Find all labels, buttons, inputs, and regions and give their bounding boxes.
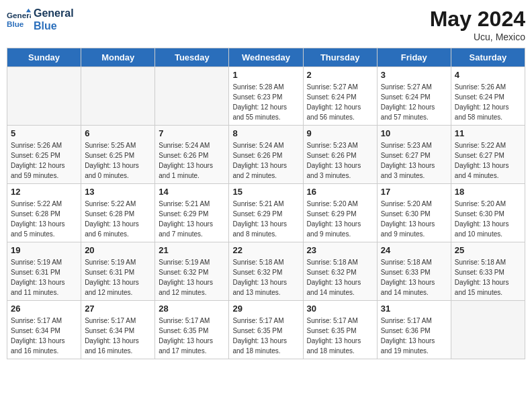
day-number: 28 [159, 304, 225, 314]
day-info: Sunrise: 5:24 AMSunset: 6:26 PMDaylight:… [159, 140, 225, 181]
day-number: 6 [85, 128, 151, 138]
day-info: Sunrise: 5:19 AMSunset: 6:31 PMDaylight:… [11, 257, 77, 298]
location: Ucu, Mexico [430, 32, 525, 42]
day-number: 8 [232, 128, 299, 138]
calendar-cell: 4Sunrise: 5:26 AMSunset: 6:24 PMDaylight… [451, 67, 525, 126]
day-info: Sunrise: 5:22 AMSunset: 6:27 PMDaylight:… [455, 140, 521, 181]
calendar-cell: 19Sunrise: 5:19 AMSunset: 6:31 PMDayligh… [7, 242, 81, 301]
day-info: Sunrise: 5:17 AMSunset: 6:35 PMDaylight:… [307, 316, 373, 356]
day-number: 12 [11, 187, 77, 197]
day-number: 1 [232, 70, 299, 80]
calendar-cell: 20Sunrise: 5:19 AMSunset: 6:31 PMDayligh… [81, 242, 155, 301]
day-info: Sunrise: 5:24 AMSunset: 6:26 PMDaylight:… [232, 140, 299, 181]
day-info: Sunrise: 5:26 AMSunset: 6:24 PMDaylight:… [455, 82, 521, 122]
day-number: 5 [11, 128, 77, 138]
day-number: 17 [381, 187, 447, 197]
calendar-cell: 23Sunrise: 5:18 AMSunset: 6:32 PMDayligh… [303, 242, 377, 301]
calendar-cell: 1Sunrise: 5:28 AMSunset: 6:23 PMDaylight… [229, 67, 303, 126]
day-number: 27 [85, 304, 151, 314]
calendar-cell: 9Sunrise: 5:23 AMSunset: 6:26 PMDaylight… [303, 126, 377, 184]
title-block: May 2024 Ucu, Mexico [430, 7, 525, 42]
day-info: Sunrise: 5:20 AMSunset: 6:30 PMDaylight:… [455, 199, 521, 239]
calendar-week-5: 26Sunrise: 5:17 AMSunset: 6:34 PMDayligh… [7, 301, 525, 359]
day-number: 13 [85, 187, 151, 197]
day-number: 20 [85, 245, 151, 255]
day-number: 22 [232, 245, 299, 255]
day-info: Sunrise: 5:27 AMSunset: 6:24 PMDaylight:… [381, 82, 447, 122]
calendar-cell: 17Sunrise: 5:20 AMSunset: 6:30 PMDayligh… [377, 184, 451, 242]
calendar-cell: 30Sunrise: 5:17 AMSunset: 6:35 PMDayligh… [303, 301, 377, 359]
calendar-cell: 27Sunrise: 5:17 AMSunset: 6:34 PMDayligh… [81, 301, 155, 359]
calendar-cell: 21Sunrise: 5:19 AMSunset: 6:32 PMDayligh… [155, 242, 229, 301]
calendar-cell: 11Sunrise: 5:22 AMSunset: 6:27 PMDayligh… [451, 126, 525, 184]
calendar-cell: 14Sunrise: 5:21 AMSunset: 6:29 PMDayligh… [155, 184, 229, 242]
day-number: 10 [381, 128, 447, 138]
day-number: 7 [159, 128, 225, 138]
calendar-table: SundayMondayTuesdayWednesdayThursdayFrid… [7, 48, 525, 359]
calendar-cell: 25Sunrise: 5:18 AMSunset: 6:33 PMDayligh… [451, 242, 525, 301]
day-number: 18 [455, 187, 521, 197]
calendar-cell: 16Sunrise: 5:20 AMSunset: 6:29 PMDayligh… [303, 184, 377, 242]
calendar-cell: 5Sunrise: 5:26 AMSunset: 6:25 PMDaylight… [7, 126, 81, 184]
day-info: Sunrise: 5:18 AMSunset: 6:32 PMDaylight:… [307, 257, 373, 298]
calendar-cell: 3Sunrise: 5:27 AMSunset: 6:24 PMDaylight… [377, 67, 451, 126]
day-info: Sunrise: 5:22 AMSunset: 6:28 PMDaylight:… [11, 199, 77, 239]
weekday-header-wednesday: Wednesday [229, 48, 303, 67]
day-info: Sunrise: 5:19 AMSunset: 6:32 PMDaylight:… [159, 257, 225, 298]
calendar-cell: 29Sunrise: 5:17 AMSunset: 6:35 PMDayligh… [229, 301, 303, 359]
month-title: May 2024 [430, 7, 525, 32]
page-header: General Blue General Blue May 2024 Ucu, … [7, 7, 525, 42]
calendar-cell: 31Sunrise: 5:17 AMSunset: 6:36 PMDayligh… [377, 301, 451, 359]
day-info: Sunrise: 5:17 AMSunset: 6:34 PMDaylight:… [11, 316, 77, 356]
day-number: 24 [381, 245, 447, 255]
calendar-week-4: 19Sunrise: 5:19 AMSunset: 6:31 PMDayligh… [7, 242, 525, 301]
calendar-week-2: 5Sunrise: 5:26 AMSunset: 6:25 PMDaylight… [7, 126, 525, 184]
calendar-week-3: 12Sunrise: 5:22 AMSunset: 6:28 PMDayligh… [7, 184, 525, 242]
day-info: Sunrise: 5:18 AMSunset: 6:32 PMDaylight:… [232, 257, 299, 298]
weekday-header-row: SundayMondayTuesdayWednesdayThursdayFrid… [7, 48, 525, 67]
calendar-cell: 28Sunrise: 5:17 AMSunset: 6:35 PMDayligh… [155, 301, 229, 359]
weekday-header-tuesday: Tuesday [155, 48, 229, 67]
day-info: Sunrise: 5:27 AMSunset: 6:24 PMDaylight:… [307, 82, 373, 122]
day-info: Sunrise: 5:17 AMSunset: 6:34 PMDaylight:… [85, 316, 151, 356]
day-info: Sunrise: 5:22 AMSunset: 6:28 PMDaylight:… [85, 199, 151, 239]
day-info: Sunrise: 5:20 AMSunset: 6:29 PMDaylight:… [307, 199, 373, 239]
logo: General Blue General Blue [7, 7, 74, 32]
calendar-week-1: 1Sunrise: 5:28 AMSunset: 6:23 PMDaylight… [7, 67, 525, 126]
day-number: 26 [11, 304, 77, 314]
calendar-cell: 22Sunrise: 5:18 AMSunset: 6:32 PMDayligh… [229, 242, 303, 301]
day-number: 9 [307, 128, 373, 138]
calendar-cell: 8Sunrise: 5:24 AMSunset: 6:26 PMDaylight… [229, 126, 303, 184]
calendar-cell: 7Sunrise: 5:24 AMSunset: 6:26 PMDaylight… [155, 126, 229, 184]
calendar-cell: 26Sunrise: 5:17 AMSunset: 6:34 PMDayligh… [7, 301, 81, 359]
day-info: Sunrise: 5:18 AMSunset: 6:33 PMDaylight:… [455, 257, 521, 298]
day-info: Sunrise: 5:21 AMSunset: 6:29 PMDaylight:… [159, 199, 225, 239]
weekday-header-thursday: Thursday [303, 48, 377, 67]
day-info: Sunrise: 5:28 AMSunset: 6:23 PMDaylight:… [232, 82, 299, 122]
day-number: 16 [307, 187, 373, 197]
calendar-cell: 6Sunrise: 5:25 AMSunset: 6:25 PMDaylight… [81, 126, 155, 184]
calendar-cell: 18Sunrise: 5:20 AMSunset: 6:30 PMDayligh… [451, 184, 525, 242]
calendar-cell: 24Sunrise: 5:18 AMSunset: 6:33 PMDayligh… [377, 242, 451, 301]
day-info: Sunrise: 5:20 AMSunset: 6:30 PMDaylight:… [381, 199, 447, 239]
day-number: 29 [232, 304, 299, 314]
day-number: 30 [307, 304, 373, 314]
svg-text:Blue: Blue [7, 19, 24, 28]
calendar-cell: 15Sunrise: 5:21 AMSunset: 6:29 PMDayligh… [229, 184, 303, 242]
day-info: Sunrise: 5:23 AMSunset: 6:27 PMDaylight:… [381, 140, 447, 181]
logo-icon: General Blue [7, 7, 31, 32]
calendar-cell [451, 301, 525, 359]
weekday-header-friday: Friday [377, 48, 451, 67]
calendar-cell: 2Sunrise: 5:27 AMSunset: 6:24 PMDaylight… [303, 67, 377, 126]
day-number: 25 [455, 245, 521, 255]
weekday-header-monday: Monday [81, 48, 155, 67]
day-number: 14 [159, 187, 225, 197]
day-number: 4 [455, 70, 521, 80]
calendar-cell: 12Sunrise: 5:22 AMSunset: 6:28 PMDayligh… [7, 184, 81, 242]
calendar-cell [155, 67, 229, 126]
weekday-header-sunday: Sunday [7, 48, 81, 67]
calendar-cell [7, 67, 81, 126]
day-info: Sunrise: 5:17 AMSunset: 6:35 PMDaylight:… [232, 316, 299, 356]
calendar-cell: 13Sunrise: 5:22 AMSunset: 6:28 PMDayligh… [81, 184, 155, 242]
calendar-cell [81, 67, 155, 126]
